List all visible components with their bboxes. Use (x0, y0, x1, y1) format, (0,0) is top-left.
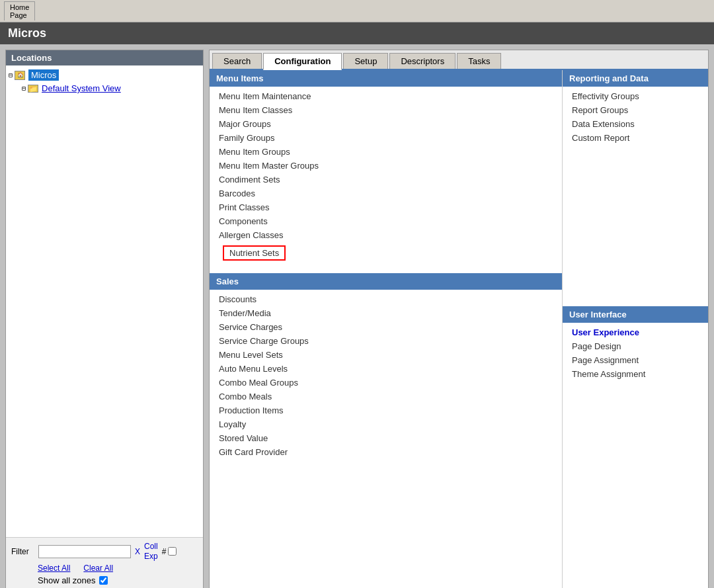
filter-coll-exp-btn[interactable]: Coll Exp (144, 542, 158, 561)
config-right-column: Reporting and Data Effectivity Groups Re… (563, 70, 708, 588)
tree-root-item[interactable]: ⊟ 🏠 Micros (9, 68, 200, 82)
sales-service-charges[interactable]: Service Charges (210, 320, 562, 334)
sales-section: Sales Discounts Tender/Media Service Cha… (210, 273, 562, 462)
menu-item-master-groups[interactable]: Menu Item Master Groups (210, 159, 562, 173)
hash-checkbox-input[interactable] (168, 547, 177, 556)
top-bar: Home Page (0, 0, 714, 22)
config-left-column: Menu Items Menu Item Maintenance Menu It… (210, 70, 563, 588)
menu-item-major-groups[interactable]: Major Groups (210, 117, 562, 131)
sales-list: Discounts Tender/Media Service Charges S… (210, 290, 562, 462)
hash-label: # (162, 547, 167, 556)
select-clear-row: Select All Clear All (11, 564, 198, 573)
reporting-custom-report[interactable]: Custom Report (563, 131, 708, 145)
sales-loyalty[interactable]: Loyalty (210, 417, 562, 431)
tab-search-label: Search (223, 56, 251, 66)
filter-clear-btn[interactable]: X (135, 547, 140, 556)
reporting-data-header: Reporting and Data (563, 70, 708, 87)
menu-item-condiment-sets[interactable]: Condiment Sets (210, 173, 562, 187)
reporting-data-section: Reporting and Data Effectivity Groups Re… (563, 70, 708, 147)
tab-descriptors[interactable]: Descriptors (389, 53, 456, 69)
locations-header: Locations (6, 50, 203, 65)
sales-stored-value[interactable]: Stored Value (210, 431, 562, 445)
tab-descriptors-label: Descriptors (401, 56, 444, 66)
tree-child-item[interactable]: ⊟ 📁 Default System View (22, 82, 200, 95)
menu-items-list: Menu Item Maintenance Menu Item Classes … (210, 87, 562, 267)
show-zones-checkbox[interactable] (99, 576, 108, 585)
user-interface-list: User Experience Page Design Page Assignm… (563, 323, 708, 384)
sales-gift-card-provider[interactable]: Gift Card Provider (210, 445, 562, 459)
home-page-tab[interactable]: Home Page (4, 1, 35, 21)
show-zones-row: Show all zones (11, 575, 198, 585)
tree-area: ⊟ 🏠 Micros ⊟ 📁 Default System View (6, 65, 203, 537)
ui-user-experience[interactable]: User Experience (563, 325, 708, 339)
folder-icon: 📁 (28, 85, 38, 93)
reporting-data-list: Effectivity Groups Report Groups Data Ex… (563, 87, 708, 147)
left-panel: Locations ⊟ 🏠 Micros ⊟ 📁 Default System … (5, 50, 204, 588)
sales-discounts[interactable]: Discounts (210, 292, 562, 306)
home-page-label: Home Page (10, 3, 29, 19)
user-interface-section: User Interface User Experience Page Desi… (563, 306, 708, 384)
right-panel: Search Configuration Setup Descriptors T… (209, 50, 709, 588)
tab-setup[interactable]: Setup (343, 53, 388, 69)
tab-tasks-label: Tasks (468, 56, 490, 66)
sales-service-charge-groups[interactable]: Service Charge Groups (210, 334, 562, 348)
hash-checkbox: # (162, 547, 177, 556)
tab-search[interactable]: Search (212, 53, 262, 69)
filter-area: Filter X Coll Exp # Select All Clear All… (6, 537, 203, 588)
menu-item-print-classes[interactable]: Print Classes (210, 200, 562, 214)
reporting-effectivity-groups[interactable]: Effectivity Groups (563, 89, 708, 103)
select-all-button[interactable]: Select All (38, 564, 70, 573)
tree-root-label[interactable]: Micros (28, 69, 59, 81)
tree-child-expand-btn[interactable]: ⊟ (22, 85, 26, 92)
menu-item-allergen-classes[interactable]: Allergen Classes (210, 228, 562, 242)
tab-configuration-label: Configuration (274, 56, 331, 66)
user-interface-header: User Interface (563, 306, 708, 323)
filter-input[interactable] (38, 545, 131, 558)
tree-child-label[interactable]: Default System View (42, 83, 121, 93)
reporting-data-extensions[interactable]: Data Extensions (563, 117, 708, 131)
filter-row: Filter X Coll Exp # (11, 542, 198, 561)
menu-item-components[interactable]: Components (210, 214, 562, 228)
section-spacer-2 (563, 147, 708, 306)
menu-item-classes[interactable]: Menu Item Classes (210, 103, 562, 117)
main-content: Locations ⊟ 🏠 Micros ⊟ 📁 Default System … (0, 44, 714, 588)
reporting-report-groups[interactable]: Report Groups (563, 103, 708, 117)
menu-item-maintenance[interactable]: Menu Item Maintenance (210, 89, 562, 103)
section-spacer-1 (210, 267, 562, 273)
tab-setup-label: Setup (354, 56, 377, 66)
app-title-bar: Micros (0, 22, 714, 44)
tabs-bar: Search Configuration Setup Descriptors T… (210, 50, 708, 70)
app-title: Micros (8, 26, 46, 40)
ui-page-design[interactable]: Page Design (563, 339, 708, 353)
show-zones-label: Show all zones (38, 575, 95, 585)
config-content: Menu Items Menu Item Maintenance Menu It… (210, 70, 708, 588)
tree-child-container: ⊟ 📁 Default System View (22, 82, 200, 95)
menu-items-header: Menu Items (210, 70, 562, 87)
sales-combo-meal-groups[interactable]: Combo Meal Groups (210, 376, 562, 390)
ui-theme-assignment[interactable]: Theme Assignment (563, 367, 708, 381)
home-icon: 🏠 (15, 71, 25, 80)
menu-item-groups[interactable]: Menu Item Groups (210, 145, 562, 159)
sales-menu-level-sets[interactable]: Menu Level Sets (210, 348, 562, 362)
tab-tasks[interactable]: Tasks (457, 53, 501, 69)
clear-all-button[interactable]: Clear All (83, 564, 113, 573)
sales-combo-meals[interactable]: Combo Meals (210, 390, 562, 403)
menu-item-barcodes[interactable]: Barcodes (210, 187, 562, 200)
sales-production-items[interactable]: Production Items (210, 403, 562, 417)
filter-label: Filter (11, 547, 34, 556)
sales-tender-media[interactable]: Tender/Media (210, 306, 562, 320)
tab-configuration[interactable]: Configuration (263, 53, 342, 70)
sales-auto-menu-levels[interactable]: Auto Menu Levels (210, 362, 562, 376)
menu-item-family-groups[interactable]: Family Groups (210, 131, 562, 145)
menu-items-section: Menu Items Menu Item Maintenance Menu It… (210, 70, 562, 267)
ui-page-assignment[interactable]: Page Assignment (563, 353, 708, 367)
menu-item-nutrient-sets[interactable]: Nutrient Sets (223, 245, 286, 261)
menu-item-nutrient-sets-wrapper: Nutrient Sets (210, 242, 562, 264)
sales-header: Sales (210, 273, 562, 290)
tree-expand-btn[interactable]: ⊟ (9, 71, 13, 79)
